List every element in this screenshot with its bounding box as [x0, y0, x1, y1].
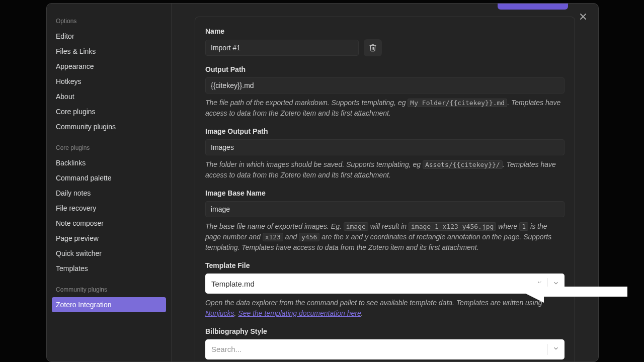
delete-button[interactable]: [364, 39, 382, 56]
sidebar-item-hotkeys[interactable]: Hotkeys: [52, 74, 166, 89]
sidebar-item-zotero-integration[interactable]: Zotero Integration: [52, 297, 166, 312]
nunjucks-link[interactable]: Nunjucks: [205, 309, 234, 317]
help-template-file: Open the data explorer from the command …: [205, 298, 565, 318]
settings-sidebar: Options Editor Files & Links Appearance …: [47, 4, 172, 361]
output-path-input[interactable]: [205, 77, 565, 94]
template-file-select[interactable]: ×: [205, 274, 565, 294]
templating-docs-link[interactable]: See the templating documentation here: [238, 309, 361, 317]
sidebar-item-core-plugins[interactable]: Core plugins: [52, 104, 166, 119]
settings-modal: Options Editor Files & Links Appearance …: [46, 3, 599, 362]
import-format-card: Name Output Path The file path of the ex…: [195, 17, 575, 361]
sidebar-item-note-composer[interactable]: Note composer: [52, 216, 166, 231]
chevron-down-icon[interactable]: [552, 345, 559, 353]
settings-scroll[interactable]: Name Output Path The file path of the ex…: [172, 4, 598, 361]
sidebar-item-daily-notes[interactable]: Daily notes: [52, 186, 166, 201]
close-icon[interactable]: [577, 11, 589, 23]
label-output-path: Output Path: [205, 65, 565, 73]
sidebar-item-command-palette[interactable]: Command palette: [52, 170, 166, 186]
sidebar-item-about[interactable]: About: [52, 89, 166, 104]
image-output-path-input[interactable]: [205, 139, 565, 155]
label-image-base-name: Image Base Name: [205, 189, 565, 197]
label-image-output-path: Image Output Path: [205, 127, 565, 135]
sidebar-item-community-plugins[interactable]: Community plugins: [52, 119, 166, 134]
sidebar-item-quick-switcher[interactable]: Quick switcher: [52, 246, 166, 261]
sidebar-item-templates[interactable]: Templates: [52, 261, 166, 276]
template-file-input[interactable]: [210, 279, 537, 289]
sidebar-item-page-preview[interactable]: Page preview: [52, 231, 166, 246]
trash-icon: [369, 44, 377, 52]
divider: [547, 344, 547, 355]
help-image-base-name: The base file name of exported images. E…: [205, 221, 565, 252]
sidebar-item-backlinks[interactable]: Backlinks: [52, 155, 166, 170]
image-base-name-input[interactable]: [205, 201, 565, 217]
help-output-path: The file path of the exported markdown. …: [205, 98, 565, 118]
sidebar-heading-options: Options: [52, 13, 166, 29]
label-bib-style: Bilbiography Style: [205, 327, 565, 335]
sidebar-heading-core: Core plugins: [52, 134, 166, 155]
sidebar-item-files-links[interactable]: Files & Links: [52, 44, 166, 59]
name-input[interactable]: [205, 40, 359, 56]
clear-icon[interactable]: ×: [537, 279, 542, 288]
chevron-down-icon[interactable]: [552, 280, 559, 288]
sidebar-item-editor[interactable]: Editor: [52, 29, 166, 44]
settings-content: Name Output Path The file path of the ex…: [172, 4, 598, 361]
bib-style-input[interactable]: [210, 344, 545, 354]
label-name: Name: [205, 27, 565, 35]
help-image-output-path: The folder in which images should be sav…: [205, 159, 565, 180]
divider: [547, 278, 547, 289]
sidebar-item-file-recovery[interactable]: File recovery: [52, 201, 166, 216]
label-template-file: Template File: [205, 261, 565, 269]
bib-style-select[interactable]: [205, 339, 565, 359]
sidebar-heading-community: Community plugins: [52, 276, 166, 297]
sidebar-item-appearance[interactable]: Appearance: [52, 59, 166, 74]
